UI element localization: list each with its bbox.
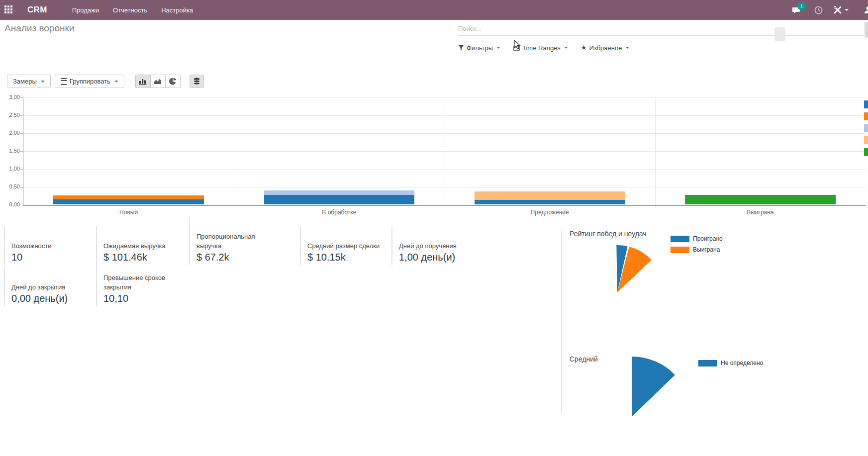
y-axis-tick-label: 0,00 <box>0 201 20 207</box>
kpi-label: Средний размер сделки <box>307 241 392 251</box>
bar-segment[interactable] <box>475 191 625 200</box>
legend-label: Проиграно <box>693 235 723 242</box>
x-axis-baseline <box>23 205 866 206</box>
y-axis-tick-label: 3,00 <box>0 94 20 100</box>
legend-swatch <box>671 247 689 253</box>
section-divider <box>561 230 562 413</box>
legend-item-undefined[interactable]: Не определено <box>698 360 763 366</box>
v-gridline <box>655 97 656 208</box>
kpi-label: Дней до поручения <box>399 241 496 251</box>
x-category-label: Предложение <box>490 209 609 216</box>
legend-swatch[interactable] <box>864 136 868 144</box>
legend-swatch <box>698 360 717 366</box>
y-axis-spine <box>23 97 24 205</box>
kpi-days-to-close: Дней до закрытия 0,00 день(и) <box>4 268 94 306</box>
win-loss-pie-title: Рейтинг побед и неудач <box>570 230 647 238</box>
kpi-avg-deal-size: Средний размер сделки $ 10.15k <box>300 226 392 265</box>
legend-item-won[interactable]: Выиграна <box>671 246 720 253</box>
x-category-label: Выиграна <box>700 209 820 216</box>
legend-label: Не определено <box>721 360 763 366</box>
bar-segment[interactable] <box>53 199 204 205</box>
bar-segment[interactable] <box>264 190 415 195</box>
y-axis-tick-label: 2,50 <box>0 112 20 118</box>
bar-segment[interactable] <box>475 200 625 204</box>
legend-item-lost[interactable]: Проиграно <box>671 235 723 242</box>
legend-swatch[interactable] <box>864 148 868 156</box>
kpi-days-to-assign: Дней до поручения 1,00 день(и) <box>391 226 496 265</box>
v-gridline <box>445 97 445 208</box>
crm-funnel-analysis-page: { "colors": { "navbar_bg": "#7d5a6e", "b… <box>0 0 868 456</box>
kpi-exceeded-close-days: Превышение сроков закрытия 10,10 <box>96 258 208 306</box>
x-category-label: Новый <box>69 209 189 216</box>
y-axis-tick-label: 1,00 <box>0 166 20 172</box>
y-axis-tick-label: 1,50 <box>0 148 20 154</box>
legend-swatch[interactable] <box>864 124 868 132</box>
kpi-label: Превышение сроков закрытия <box>103 273 181 292</box>
y-axis-tick-label: 0,50 <box>0 183 20 189</box>
kpi-value: $ 10.15k <box>307 251 392 264</box>
kpi-label: Дней до закрытия <box>11 282 94 292</box>
y-axis-tick-label: 2,00 <box>0 130 20 136</box>
kpi-label: Пропорциональная выручка <box>196 232 263 251</box>
kpi-label: Ожидаемая выручка <box>103 241 187 251</box>
bar-segment[interactable] <box>264 195 415 204</box>
bar-segment[interactable] <box>53 195 204 199</box>
kpi-opportunities: Возможности 10 <box>4 226 94 265</box>
kpi-value: 1,00 день(и) <box>399 251 496 264</box>
x-category-label: В обработке <box>280 209 399 216</box>
kpi-value: 0,00 день(и) <box>11 292 94 305</box>
legend-swatch[interactable] <box>864 100 868 108</box>
kpi-value: 10 <box>11 251 94 264</box>
legend-swatch[interactable] <box>864 112 868 120</box>
bar-segment[interactable] <box>685 195 836 204</box>
kpi-label: Возможности <box>11 241 94 251</box>
legend-label: Выиграна <box>693 246 720 253</box>
legend-swatch <box>671 236 689 242</box>
average-pie-title: Средний <box>570 355 598 363</box>
v-gridline <box>234 97 234 208</box>
kpi-value: 10,10 <box>103 292 181 305</box>
